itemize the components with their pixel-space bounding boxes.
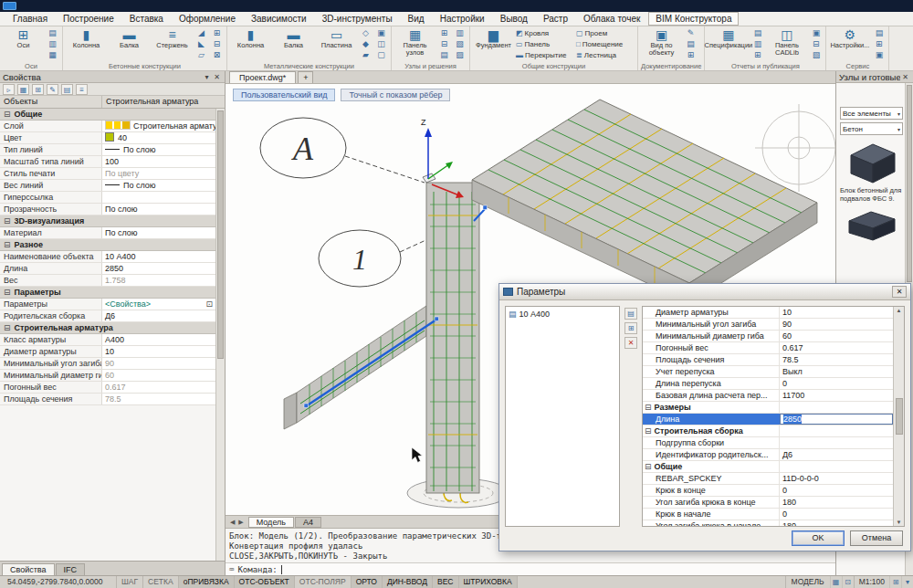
panel-close-icon[interactable]: ✕	[900, 73, 910, 81]
property-row[interactable]: Строительная арматура	[0, 322, 215, 334]
dialog-property-value[interactable]	[780, 461, 893, 472]
ribbon-button[interactable]: ▰	[359, 49, 373, 60]
dialog-property-row[interactable]: Длина перепуска 0	[643, 378, 893, 390]
status-toggle[interactable]: ОРТО	[352, 576, 383, 588]
ribbon-button[interactable]: ▤	[872, 27, 886, 38]
property-row[interactable]: Вес линий По слою	[0, 180, 215, 192]
property-row[interactable]: Прозрачность По слою	[0, 204, 215, 215]
menu-item[interactable]: Оформление	[172, 12, 243, 26]
property-row[interactable]: Параметры	[0, 287, 215, 299]
dialog-property-value[interactable]: 0	[780, 378, 893, 389]
catalog-item-thumbnail[interactable]	[845, 142, 898, 184]
new-tab-button[interactable]: +	[298, 71, 313, 83]
menu-item[interactable]: Облака точек	[576, 12, 647, 26]
properties-toolbar-icon[interactable]: ✎	[47, 84, 58, 95]
layout-tab[interactable]: Модель	[248, 517, 294, 528]
ribbon-button[interactable]: ▤	[750, 27, 764, 38]
property-value[interactable]: По слою	[102, 227, 215, 238]
ribbon-button[interactable]: ▨	[453, 49, 467, 60]
properties-toolbar-icon[interactable]: ▤	[61, 84, 73, 95]
ribbon-button[interactable]: ▤	[46, 27, 59, 38]
property-row[interactable]: Параметры <Свойства>	[0, 299, 215, 310]
ribbon-button[interactable]: ▧	[453, 38, 467, 49]
status-toggle[interactable]: ОТС-ОБЪЕКТ	[235, 576, 295, 588]
menu-item[interactable]: 3D-инструменты	[315, 12, 400, 26]
property-row[interactable]: Масштаб типа линий 100	[0, 156, 215, 168]
menu-item[interactable]: Построение	[56, 12, 121, 26]
property-row[interactable]: 3D-визуализация	[0, 215, 215, 227]
properties-scrollbar[interactable]	[215, 109, 225, 561]
dialog-property-value[interactable]: Выкл	[780, 366, 893, 377]
dialog-property-value[interactable]: 90	[780, 319, 893, 330]
ribbon-button[interactable]: ⊞	[872, 38, 886, 49]
properties-toolbar-icon[interactable]: ≡	[76, 84, 88, 95]
status-icon[interactable]: ▾	[901, 576, 913, 588]
ribbon-button[interactable]: ◣	[194, 38, 208, 49]
dialog-property-value[interactable]: 60	[780, 331, 893, 341]
property-value[interactable]: По цвету	[102, 168, 215, 179]
property-row[interactable]: Минимальный угол загиба 90	[0, 358, 215, 370]
dialog-property-row[interactable]: Крюк в начале 0	[643, 509, 893, 520]
dialog-property-row[interactable]: Диаметр арматуры 10	[643, 307, 893, 319]
dialog-tool-button[interactable]: ▤	[624, 308, 637, 320]
ribbon-button[interactable]: ≣Лестница	[576, 49, 635, 60]
ribbon-button[interactable]: ◢	[194, 27, 208, 38]
property-value[interactable]: А400	[102, 334, 215, 345]
ribbon-button[interactable]: ▮Колонна	[230, 27, 271, 61]
property-value[interactable]: 60	[102, 370, 215, 381]
ribbon-button[interactable]: ▆Фундамент	[473, 27, 514, 61]
dialog-property-row[interactable]: Угол загиба крюка в конце 180	[643, 497, 893, 509]
ribbon-button[interactable]: ▣	[872, 49, 886, 60]
status-icon[interactable]: ⊡	[842, 576, 854, 588]
dialog-property-row[interactable]: REBAR_SPCKEY 11D-0-0-0	[643, 473, 893, 485]
dialog-property-value[interactable]: 11700	[780, 390, 893, 401]
ribbon-button[interactable]: ▬Перекрытие	[516, 49, 574, 60]
property-value[interactable]: 1.758	[102, 275, 215, 286]
dialog-property-value[interactable]	[780, 425, 893, 436]
ribbon-button[interactable]: ⊟	[809, 38, 823, 49]
dialog-property-value[interactable]: 0	[780, 509, 893, 520]
status-toggle[interactable]: оПРИВЯЗКА	[179, 576, 235, 588]
property-row[interactable]: Общие	[0, 109, 215, 121]
ribbon-button[interactable]: ▣	[374, 27, 388, 38]
menu-item[interactable]: BIM Конструктора	[648, 12, 739, 26]
ribbon-button[interactable]: ✎	[684, 27, 698, 38]
ribbon-button[interactable]: ▦Панель узлов	[394, 27, 436, 61]
ribbon-button[interactable]: ▬Балка	[109, 27, 150, 61]
dialog-property-value[interactable]: 180	[780, 497, 893, 508]
ribbon-button[interactable]: ▣	[809, 27, 823, 38]
property-row[interactable]: Цвет 40	[0, 132, 215, 144]
dialog-property-row[interactable]: Базовая длина расчета пер... 11700	[643, 390, 893, 402]
property-row[interactable]: Разное	[0, 239, 215, 251]
property-row[interactable]: Площадь сечения 78.5	[0, 394, 215, 405]
menu-item[interactable]: Вставка	[122, 12, 171, 26]
property-value[interactable]: 78.5	[102, 394, 215, 404]
dialog-property-value[interactable]: 10	[780, 307, 893, 318]
property-row[interactable]: Материал По слою	[0, 227, 215, 239]
ribbon-button[interactable]: ▤	[437, 49, 451, 60]
view-style-button[interactable]: Пользовательский вид	[233, 89, 335, 101]
dialog-property-row[interactable]: Угол загиба крюка в начале 180	[643, 520, 893, 527]
cancel-button[interactable]: Отмена	[850, 530, 903, 546]
dialog-property-value[interactable]: 2850	[780, 414, 893, 425]
scroll-down-icon[interactable]: ▼	[897, 520, 902, 525]
ribbon-button[interactable]: ◇	[359, 27, 373, 38]
document-tab[interactable]: Проект.dwg*	[229, 71, 296, 83]
catalog-item-caption[interactable]: Блок бетонный для подвалов ФБС 9.	[840, 187, 903, 203]
ribbon-button[interactable]: ⊞	[750, 49, 764, 60]
beam[interactable]	[284, 306, 426, 429]
property-value[interactable]: 100	[102, 156, 215, 167]
dialog-property-value[interactable]: 180	[780, 520, 893, 527]
property-row[interactable]: Наименование объекта 10 А400	[0, 251, 215, 263]
scroll-up-icon[interactable]: ▲	[897, 308, 902, 313]
ribbon-button[interactable]: ⊟	[210, 38, 224, 49]
property-row[interactable]: Родительская сборка Д6	[0, 310, 215, 322]
catalog-item-thumbnail[interactable]	[845, 210, 898, 241]
ok-button[interactable]: OK	[792, 530, 845, 546]
visual-style-button[interactable]: Точный с показом рёбер	[341, 89, 450, 101]
ribbon-button[interactable]: ▢Проем	[576, 27, 635, 38]
dialog-title-bar[interactable]: Параметры ✕	[499, 284, 910, 300]
property-value[interactable]: 90	[102, 358, 215, 369]
scrollbar-thumb[interactable]	[896, 398, 903, 435]
menu-item[interactable]: Главная	[5, 12, 55, 26]
